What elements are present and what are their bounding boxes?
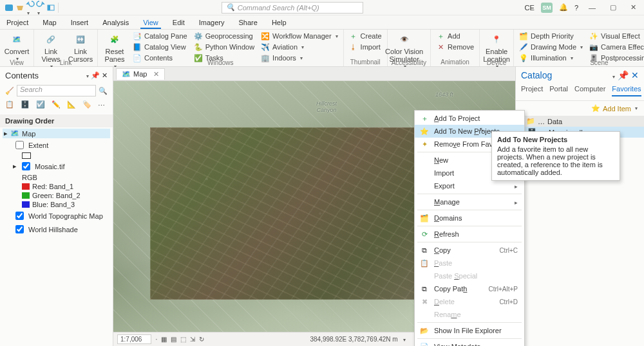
add-icon: ＋: [436, 32, 445, 41]
workflow-icon: 🔀: [261, 32, 270, 41]
catalog-tab-project[interactable]: Project: [521, 84, 543, 96]
camera-effect-button[interactable]: 📷Camera Effect: [588, 42, 644, 52]
status-tool-1[interactable]: ▦: [161, 336, 167, 343]
status-tool-2[interactable]: ▤: [171, 336, 176, 343]
contents-close-icon[interactable]: ✕: [102, 71, 108, 79]
ctx-add-to-project[interactable]: ＋Add To Project: [415, 112, 524, 125]
catalog-view-button[interactable]: 📘Catalog View: [131, 42, 189, 52]
catalog-folder[interactable]: ▸ 📁 …Data: [516, 116, 644, 127]
ctx-export[interactable]: Export: [415, 179, 524, 192]
add-item-button[interactable]: ⭐ Add Item: [590, 104, 639, 113]
mosaic-checkbox[interactable]: [22, 162, 30, 170]
close-button[interactable]: ✕: [627, 2, 640, 13]
rgb-label: RGB: [21, 173, 110, 182]
command-search[interactable]: 🔍 Command Search (Alt+Q): [222, 2, 363, 14]
qat-undo-icon[interactable]: [26, 0, 35, 16]
catalog-tab-favorites[interactable]: Favorites: [612, 84, 641, 96]
list-by-labeling-icon[interactable]: 🏷️: [82, 100, 93, 111]
tab-edit[interactable]: Edit: [170, 17, 187, 29]
animation-add-button[interactable]: ＋Add: [435, 31, 475, 41]
tab-map[interactable]: Map: [40, 17, 59, 29]
ctx-rename: Rename: [415, 308, 524, 321]
catalog-close-icon[interactable]: ✕: [631, 70, 639, 80]
thumbnail-import-button[interactable]: ⭳Import: [348, 42, 383, 52]
layer-world-hillshade[interactable]: World Hillshade: [12, 223, 110, 236]
catalog-pin-icon[interactable]: 📌: [618, 70, 629, 80]
catalog-options-button[interactable]: [611, 70, 615, 80]
ctx-manage[interactable]: Manage: [415, 196, 524, 208]
contents-pin-icon[interactable]: 📌: [91, 71, 100, 79]
drawing-mode-button[interactable]: 🖊️Drawing Mode: [518, 42, 584, 52]
layer-map[interactable]: ▸ 🗺️ Map: [3, 129, 110, 138]
qat-panes-icon[interactable]: [46, 3, 55, 12]
visual-effect-button[interactable]: ✨Visual Effect: [588, 31, 644, 41]
geoprocessing-button[interactable]: ⚙️Geoprocessing: [193, 31, 256, 41]
aviation-button[interactable]: ✈️Aviation: [260, 42, 339, 52]
maximize-button[interactable]: ▢: [606, 2, 620, 13]
qat-open-icon[interactable]: [15, 3, 24, 12]
ctx-view-metadata[interactable]: 📄View Metadata: [415, 340, 524, 346]
ctx-copy[interactable]: ⧉CopyCtrl+C: [415, 244, 524, 257]
tab-project[interactable]: Project: [4, 17, 31, 29]
thumbnail-create-button[interactable]: ＋Create: [348, 31, 383, 41]
list-by-snapping-icon[interactable]: 📐: [67, 100, 77, 111]
minimize-button[interactable]: —: [585, 3, 600, 13]
extent-checkbox[interactable]: [15, 141, 24, 149]
camera-effect-icon: 📷: [589, 42, 598, 51]
tab-imagery[interactable]: Imagery: [196, 17, 227, 29]
group-windows: 🧩 Reset Panes 📑Catalog Pane 📘Catalog Vie…: [98, 30, 344, 66]
ctx-copy-path[interactable]: ⧉Copy PathCtrl+Alt+P: [415, 282, 524, 295]
animation-remove-button[interactable]: ✕Remove: [435, 42, 475, 52]
layer-extent[interactable]: Extent: [12, 138, 110, 152]
status-tool-3[interactable]: ⬚: [180, 336, 186, 343]
notifications-icon[interactable]: 🔔: [559, 3, 568, 12]
status-tool-4[interactable]: ⇲: [190, 336, 195, 343]
python-window-button[interactable]: 🐍Python Window: [193, 42, 256, 52]
tab-view[interactable]: View: [140, 17, 161, 29]
list-by-selection-icon[interactable]: ☑️: [36, 100, 46, 111]
world-topo-checkbox[interactable]: [15, 212, 24, 220]
group-thumbnail-label: Thumbnail: [348, 59, 383, 66]
ctx-show-in-explorer[interactable]: 📂Show In File Explorer: [415, 324, 524, 337]
tab-share[interactable]: Share: [236, 17, 260, 29]
filter-icon[interactable]: 🧹: [5, 87, 14, 95]
depth-priority-button[interactable]: 🗂️Depth Priority: [518, 31, 584, 41]
plus-green-icon: ＋: [420, 114, 429, 123]
list-by-editing-icon[interactable]: ✏️: [52, 100, 62, 111]
group-link-label: Link: [38, 59, 93, 66]
map-label-1643: 1643 ft: [435, 91, 453, 98]
scale-dropdown[interactable]: 1:7,006: [117, 334, 151, 344]
ctx-domains[interactable]: 🗂️Domains: [415, 212, 524, 224]
layer-world-topo[interactable]: World Topographic Map: [12, 209, 110, 223]
catalog-pane-button[interactable]: 📑Catalog Pane: [131, 31, 189, 41]
map-tab-close-icon[interactable]: ✕: [153, 70, 159, 78]
convert-button[interactable]: 🗺️ Convert: [4, 31, 30, 63]
tab-help[interactable]: Help: [269, 17, 289, 29]
tab-analysis[interactable]: Analysis: [100, 17, 131, 29]
user-badge[interactable]: SM: [541, 3, 553, 13]
list-by-source-icon[interactable]: 🗄️: [21, 100, 31, 111]
map-label-hillcrest: Hillcrest Canyon: [316, 100, 337, 113]
catalog-tab-computer[interactable]: Computer: [574, 84, 605, 96]
workflow-manager-button[interactable]: 🔀Workflow Manager: [260, 31, 339, 41]
location-icon: 📍: [489, 32, 504, 46]
convert-icon: 🗺️: [10, 32, 24, 46]
qat-redo-icon[interactable]: [36, 0, 45, 16]
list-by-drawing-order-icon[interactable]: 📋: [5, 100, 15, 111]
catalog-tab-portal[interactable]: Portal: [549, 84, 568, 96]
depth-icon: 🗂️: [519, 32, 528, 41]
help-icon[interactable]: ?: [574, 4, 578, 12]
world-hillshade-checkbox[interactable]: [15, 225, 24, 233]
contents-more-button[interactable]: ⋯: [98, 102, 105, 110]
search-go-icon[interactable]: 🔍: [99, 87, 108, 95]
contents-search[interactable]: Search: [17, 85, 96, 96]
tab-insert[interactable]: Insert: [68, 17, 91, 29]
user-ce[interactable]: CE: [525, 4, 535, 12]
status-tool-5[interactable]: ↻: [199, 336, 204, 343]
group-view: 🗺️ Convert View: [0, 30, 34, 66]
layer-mosaic[interactable]: ▸ Mosaic.tif: [12, 159, 110, 173]
coord-units-dropdown[interactable]: [402, 336, 406, 343]
contents-options-button[interactable]: [85, 71, 89, 79]
map-tab[interactable]: 🗺️Map✕: [116, 68, 165, 80]
ctx-refresh[interactable]: ⟳Refresh: [415, 228, 524, 241]
